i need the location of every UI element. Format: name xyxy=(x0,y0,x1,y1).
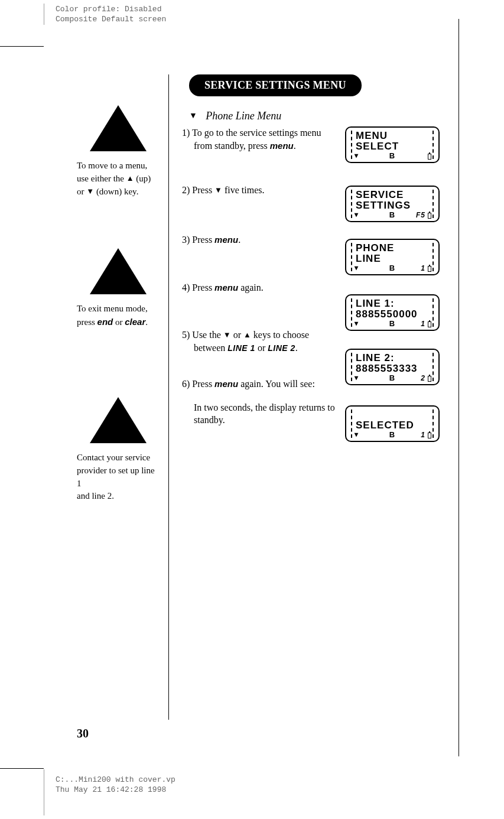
print-meta-bottom: C:...Mini200 with cover.vp Thu May 21 16… xyxy=(56,775,175,795)
triangle-down-icon: ▼ xyxy=(189,111,197,120)
step-1: 1) To go to the service settings menu fr… xyxy=(182,126,336,152)
step-3: 3) Press menu. xyxy=(182,233,336,246)
crop-rule xyxy=(44,769,44,815)
battery-icon xyxy=(428,266,431,272)
step-5: 5) Use the ▼ or ▲ keys to choose between… xyxy=(182,329,336,354)
meta-line: Color profile: Disabled xyxy=(56,5,166,15)
column-divider xyxy=(168,74,169,720)
triangle-down-icon: ▼ xyxy=(86,187,94,196)
clear-key: clear xyxy=(125,317,145,327)
step-text: from standby, press xyxy=(194,141,270,151)
step-text: 6) Press xyxy=(182,379,214,389)
print-meta-top: Color profile: Disabled Composite Defaul… xyxy=(56,5,166,25)
step-text: 2) Press xyxy=(182,185,214,195)
lcd-screen-4: LINE 1: 8885550000 ▾ B 1 xyxy=(345,294,440,331)
menu-key: menu xyxy=(214,282,238,292)
lcd-screen-2: SERVICE SETTINGS ▾ B F5 xyxy=(345,186,440,222)
lcd-row: SETTINGS xyxy=(356,200,411,212)
page-number: 30 xyxy=(77,727,89,740)
hint-line: To exit menu mode, xyxy=(77,304,148,313)
meta-line: C:...Mini200 with cover.vp xyxy=(56,775,175,785)
hint-line: use either the xyxy=(77,174,126,183)
step-text: five times. xyxy=(222,185,265,195)
lcd-fs: F5 xyxy=(416,211,425,219)
menu-key: menu xyxy=(214,235,238,245)
step-text: again. xyxy=(238,282,264,292)
triangle-up-icon: ▲ xyxy=(126,174,134,183)
hint-line: or xyxy=(113,317,125,327)
crop-rule xyxy=(0,768,44,769)
menu-key: menu xyxy=(270,141,294,151)
lcd-screen-3: PHONE LINE ▾ B 1 xyxy=(345,239,440,275)
step-text: . xyxy=(294,141,296,151)
tip-text: Contact your service provider to set up … xyxy=(77,451,160,503)
step-text: or xyxy=(255,343,268,353)
lcd-row: LINE 1: xyxy=(356,298,395,310)
hint-line: To move to a menu, xyxy=(77,161,147,170)
lcd-row: PHONE xyxy=(356,242,394,254)
lcd-fs: 1 xyxy=(421,320,425,328)
triangle-down-icon: ▼ xyxy=(214,186,222,194)
step-text: . xyxy=(238,235,240,245)
tip-line: Contact your service xyxy=(77,453,150,462)
instruction-steps: 1) To go to the service settings menu fr… xyxy=(182,126,336,459)
battery-icon xyxy=(428,154,431,160)
hint-line: press xyxy=(77,317,97,327)
battery-icon xyxy=(428,433,431,438)
lcd-screen-1: MENU SELECT ▾ B xyxy=(345,126,440,163)
hint-text: To move to a menu, use either the ▲ (up)… xyxy=(77,160,160,198)
lcd-fs: 1 xyxy=(421,431,425,439)
lcd-b: B xyxy=(346,151,438,160)
hint-line: or xyxy=(77,187,86,196)
step-followup: In two seconds, the display returns to s… xyxy=(182,401,336,427)
lcd-fs: 1 xyxy=(421,264,425,272)
step-2: 2) Press ▼ five times. xyxy=(182,184,336,197)
lcd-row: SERVICE xyxy=(356,189,404,201)
step-text: 5) Use the xyxy=(182,330,223,340)
tip-line: provider to set up line 1 xyxy=(77,466,155,488)
step-6: 6) Press menu again. You will see: In tw… xyxy=(182,378,336,427)
hint-line: (up) xyxy=(134,174,151,183)
battery-icon xyxy=(428,376,431,382)
hint-block-2: HINT To exit menu mode, press end or cle… xyxy=(77,248,160,329)
tip-block: TIP Contact your service provider to set… xyxy=(77,397,160,503)
triangle-icon: TIP xyxy=(90,397,147,443)
step-4: 4) Press menu again. xyxy=(182,281,336,294)
meta-line: Thu May 21 16:42:28 1998 xyxy=(56,785,175,795)
hint-line: . xyxy=(145,317,148,327)
crop-rule xyxy=(459,19,459,756)
hint-text: To exit menu mode, press end or clear. xyxy=(77,303,160,329)
lcd-screen-6: SELECTED ▾ B 1 xyxy=(345,405,440,442)
step-text: 3) Press xyxy=(182,235,214,245)
step-text: between xyxy=(194,343,227,353)
lcd-row: LINE xyxy=(356,253,381,265)
lcd-fs: 2 xyxy=(421,374,425,382)
step-text: 4) Press xyxy=(182,282,214,292)
triangle-down-icon: ▼ xyxy=(223,330,231,339)
subsection-heading: ▼ Phone Line Menu xyxy=(189,110,281,122)
line2-label: LINE 2 xyxy=(268,343,295,353)
lcd-row: MENU xyxy=(356,130,388,142)
triangle-up-icon: ▲ xyxy=(243,330,251,339)
step-text: or xyxy=(231,330,243,340)
tip-line: and line 2. xyxy=(77,491,114,500)
lcd-row: SELECT xyxy=(356,141,399,152)
section-heading: SERVICE SETTINGS MENU xyxy=(189,74,362,96)
crop-rule xyxy=(0,46,44,47)
subsection-text: Phone Line Menu xyxy=(206,110,281,122)
lcd-screen-5: LINE 2: 8885553333 ▾ B 2 xyxy=(345,349,440,385)
battery-icon xyxy=(428,321,431,327)
meta-line: Composite Default screen xyxy=(56,15,166,25)
step-text: again. You will see: xyxy=(238,379,315,389)
step-text: 1) To go to the service settings menu xyxy=(182,128,321,138)
end-key: end xyxy=(97,317,113,327)
step-text: keys to choose xyxy=(251,330,309,340)
hint-line: (down) key. xyxy=(94,187,138,196)
menu-key: menu xyxy=(214,379,238,389)
crop-rule xyxy=(44,4,44,25)
triangle-icon: HINT xyxy=(90,248,147,294)
line1-label: LINE 1 xyxy=(227,343,255,353)
battery-icon xyxy=(428,213,431,219)
lcd-row: 8885550000 xyxy=(356,308,418,320)
triangle-icon: HINT xyxy=(90,105,147,151)
